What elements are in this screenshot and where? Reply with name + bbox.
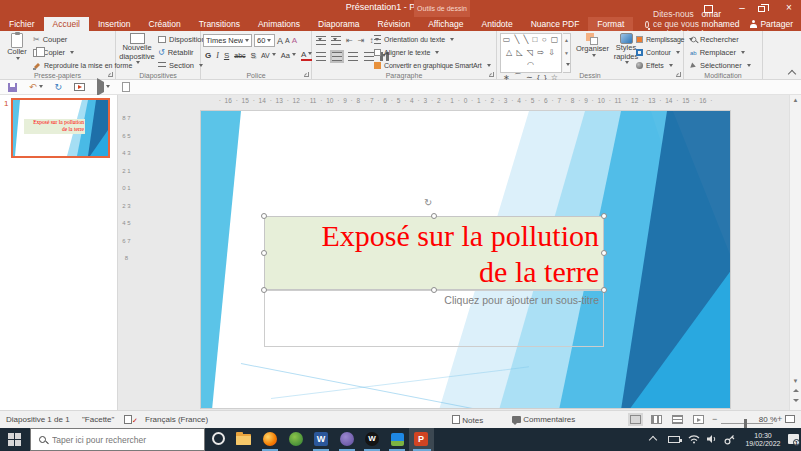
- selection-handle-se[interactable]: [601, 287, 607, 293]
- arrange-button[interactable]: Organiser: [576, 33, 609, 57]
- align-left-button[interactable]: [316, 52, 326, 61]
- font-size-combo[interactable]: 60: [254, 34, 275, 47]
- text-direction-button[interactable]: Orientation du texte: [374, 33, 454, 46]
- idm-icon[interactable]: [288, 431, 304, 447]
- shapes-scroll-down-icon[interactable]: ▼: [563, 47, 570, 60]
- tab-diaporama[interactable]: Diaporama: [309, 17, 369, 31]
- save-icon[interactable]: [8, 83, 17, 92]
- shapes-gallery[interactable]: ▭ ╲ ╲ □ ○ ▢ △ ◺ ◹ ⇨ ⇩ ◠ ∗ ⌒ ∼ { } ☆: [500, 33, 562, 73]
- find-button[interactable]: Rechercher: [690, 33, 739, 46]
- font-dialog-launcher[interactable]: [304, 72, 309, 77]
- next-slide-icon[interactable]: [793, 399, 799, 402]
- zoom-out-button[interactable]: −: [712, 414, 717, 424]
- shapes-scroll-up-icon[interactable]: ▲: [563, 34, 570, 47]
- battery-icon[interactable]: [668, 436, 680, 451]
- theme-name[interactable]: "Facette": [82, 415, 114, 424]
- increase-indent-button[interactable]: ⇥: [358, 36, 365, 45]
- thunderbird-icon[interactable]: [339, 431, 355, 447]
- tab-nuance-pdf[interactable]: Nuance PDF: [522, 17, 589, 31]
- shape-effects-button[interactable]: Effets: [636, 59, 673, 72]
- fit-to-window-button[interactable]: [785, 415, 795, 425]
- font-name-combo[interactable]: Times New Rc: [203, 34, 252, 47]
- shrink-font-button[interactable]: A: [285, 37, 290, 44]
- copy-button[interactable]: Copier: [33, 46, 74, 59]
- select-button[interactable]: Sélectionner: [690, 59, 751, 72]
- clear-formatting-button[interactable]: A: [292, 36, 297, 45]
- text-shadow-button[interactable]: S: [251, 51, 256, 60]
- view-normal-button[interactable]: [630, 415, 641, 424]
- start-button[interactable]: [8, 433, 21, 446]
- touch-mode-button[interactable]: [97, 82, 110, 92]
- shapes-row-1[interactable]: ▭ ╲ ╲ □ ○ ▢: [501, 34, 561, 47]
- rotate-handle[interactable]: ↻: [424, 197, 432, 208]
- restore-button[interactable]: [758, 6, 765, 12]
- selection-handle-nw[interactable]: [261, 213, 267, 219]
- bold-button[interactable]: G: [205, 51, 211, 60]
- close-button[interactable]: ×: [778, 2, 800, 14]
- shape-outline-button[interactable]: Contour: [636, 46, 680, 59]
- shapes-scroll[interactable]: ▲ ▼: [563, 33, 571, 73]
- smartart-button[interactable]: Convertir en graphique SmartArt: [374, 59, 491, 72]
- tray-expand-icon[interactable]: [650, 437, 656, 451]
- section-button[interactable]: Section: [158, 59, 203, 72]
- volume-icon[interactable]: [706, 434, 718, 451]
- start-slideshow-icon[interactable]: [74, 83, 85, 91]
- tab-revision[interactable]: Révision: [369, 17, 420, 31]
- selection-handle-sw[interactable]: [261, 287, 267, 293]
- align-right-button[interactable]: [348, 52, 358, 61]
- search-input[interactable]: [52, 435, 182, 445]
- reset-button[interactable]: ↺ Rétablir: [158, 46, 194, 59]
- bullets-button[interactable]: [316, 36, 326, 45]
- selection-handle-e[interactable]: [601, 250, 607, 256]
- tab-animations[interactable]: Animations: [249, 17, 309, 31]
- previous-slide-icon[interactable]: [793, 389, 799, 392]
- paste-button[interactable]: Coller: [4, 33, 30, 60]
- zoom-in-button[interactable]: +: [777, 414, 782, 424]
- view-slideshow-button[interactable]: [693, 415, 704, 424]
- font-color-button[interactable]: A: [301, 50, 312, 61]
- redo-button[interactable]: ↻: [55, 82, 63, 92]
- italic-button[interactable]: I: [216, 51, 219, 60]
- tab-accueil[interactable]: Accueil: [44, 17, 89, 31]
- scroll-down-icon[interactable]: ▼: [790, 378, 801, 384]
- tell-me-box[interactable]: Dites-nous ce que vous voulez faire.: [633, 17, 701, 31]
- shapes-row-2[interactable]: △ ◺ ◹ ⇨ ⇩ ◠: [501, 47, 561, 72]
- underline-button[interactable]: S: [224, 51, 229, 60]
- notes-toggle[interactable]: Notes: [452, 415, 483, 425]
- scroll-up-icon[interactable]: ▲: [790, 97, 801, 103]
- align-center-button[interactable]: [332, 52, 342, 61]
- zoom-thumb[interactable]: [744, 419, 747, 428]
- slide-canvas[interactable]: Exposé sur la pollution de la terre Cliq…: [200, 110, 731, 409]
- language-indicator[interactable]: Français (France): [145, 415, 208, 424]
- comments-toggle[interactable]: Commentaires: [512, 415, 575, 424]
- tab-insertion[interactable]: Insertion: [89, 17, 140, 31]
- selection-handle-w[interactable]: [261, 250, 267, 256]
- firefox-icon[interactable]: [262, 431, 278, 447]
- spellcheck-icon[interactable]: ✓: [124, 415, 138, 425]
- filmora-icon[interactable]: W: [364, 431, 380, 447]
- character-spacing-button[interactable]: AV: [261, 52, 276, 59]
- drawing-dialog-launcher[interactable]: [676, 72, 681, 77]
- selection-handle-s[interactable]: [431, 287, 437, 293]
- slide-thumbnail[interactable]: Exposé sur la pollution de la terre: [11, 98, 110, 158]
- tab-affichage[interactable]: Affichage: [419, 17, 472, 31]
- powerpoint-icon[interactable]: P: [413, 431, 429, 447]
- selection-handle-n[interactable]: [431, 213, 437, 219]
- subtitle-placeholder[interactable]: Cliquez pour ajouter un sous-titre: [264, 290, 604, 347]
- taskbar-clock[interactable]: 10:30 19/02/2022: [740, 432, 786, 451]
- view-reading-button[interactable]: [672, 415, 683, 424]
- grow-font-button[interactable]: A: [277, 36, 283, 46]
- new-slide-button[interactable]: Nouvelle diapositive: [120, 33, 154, 64]
- tab-fichier[interactable]: Fichier: [0, 17, 44, 31]
- numbering-button[interactable]: [331, 36, 341, 45]
- justify-button[interactable]: [364, 52, 374, 61]
- title-placeholder[interactable]: Exposé sur la pollution de la terre: [264, 216, 604, 290]
- cortana-icon[interactable]: [210, 431, 226, 447]
- taskbar-search[interactable]: [30, 428, 205, 451]
- selection-handle-ne[interactable]: [601, 213, 607, 219]
- word-icon[interactable]: W: [313, 431, 329, 447]
- strikethrough-button[interactable]: abc: [234, 52, 245, 59]
- cut-button[interactable]: ✂ Couper: [33, 33, 67, 46]
- wifi-icon[interactable]: [688, 434, 700, 451]
- vertical-scrollbar[interactable]: ▲ ▼: [789, 95, 801, 410]
